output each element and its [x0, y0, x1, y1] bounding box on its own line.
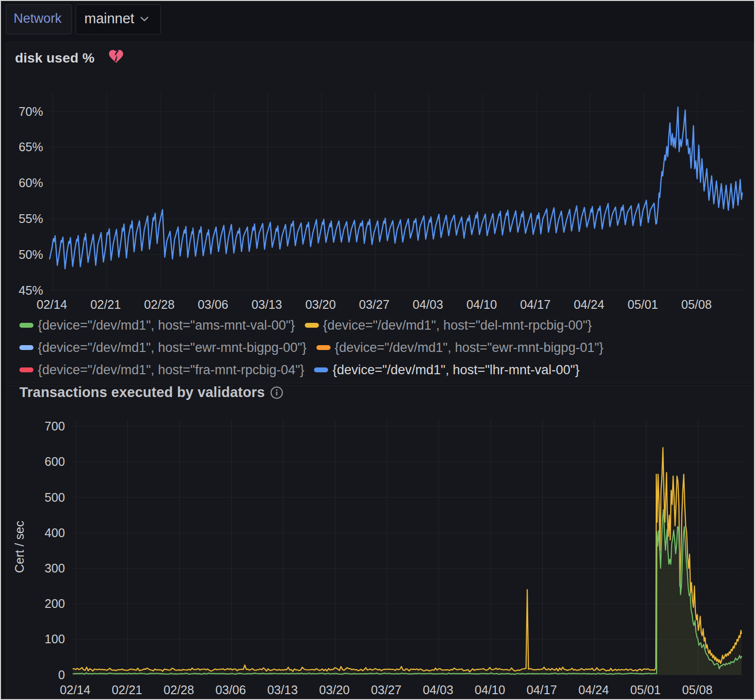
svg-text:05/08: 05/08 [681, 298, 712, 311]
svg-text:04/24: 04/24 [578, 683, 609, 697]
svg-text:200: 200 [45, 597, 65, 610]
svg-text:03/06: 03/06 [215, 683, 246, 697]
svg-text:04/03: 04/03 [423, 683, 453, 697]
svg-text:45%: 45% [19, 284, 43, 297]
svg-text:04/03: 04/03 [412, 298, 443, 311]
svg-text:600: 600 [45, 455, 65, 468]
svg-text:03/20: 03/20 [305, 298, 336, 311]
svg-text:02/21: 02/21 [111, 683, 142, 697]
svg-text:03/13: 03/13 [252, 298, 282, 311]
svg-text:65%: 65% [19, 140, 43, 154]
svg-text:02/28: 02/28 [144, 298, 174, 311]
svg-text:04/24: 04/24 [574, 298, 604, 311]
svg-text:0: 0 [58, 668, 65, 682]
svg-text:05/01: 05/01 [628, 298, 658, 311]
svg-text:55%: 55% [19, 212, 43, 225]
svg-text:02/14: 02/14 [60, 683, 90, 697]
svg-text:Cert / sec: Cert / sec [13, 521, 26, 573]
svg-text:50%: 50% [19, 248, 43, 261]
svg-text:04/17: 04/17 [526, 683, 557, 697]
svg-text:05/01: 05/01 [630, 683, 661, 697]
svg-text:02/28: 02/28 [163, 683, 194, 697]
svg-text:70%: 70% [19, 105, 43, 118]
svg-text:60%: 60% [19, 176, 43, 190]
svg-text:04/10: 04/10 [474, 683, 505, 697]
svg-text:04/17: 04/17 [520, 298, 551, 311]
svg-text:05/08: 05/08 [682, 683, 712, 697]
svg-text:03/27: 03/27 [371, 683, 401, 697]
svg-text:02/21: 02/21 [90, 298, 121, 311]
svg-text:03/20: 03/20 [319, 683, 349, 697]
svg-text:02/14: 02/14 [37, 298, 67, 311]
svg-text:700: 700 [45, 419, 65, 433]
svg-text:100: 100 [45, 632, 65, 646]
svg-text:03/13: 03/13 [267, 683, 298, 697]
svg-text:400: 400 [45, 526, 65, 540]
svg-text:03/27: 03/27 [359, 298, 390, 311]
svg-text:500: 500 [45, 491, 65, 504]
svg-text:04/10: 04/10 [466, 298, 497, 311]
svg-text:300: 300 [45, 561, 65, 575]
svg-text:03/06: 03/06 [198, 298, 228, 311]
